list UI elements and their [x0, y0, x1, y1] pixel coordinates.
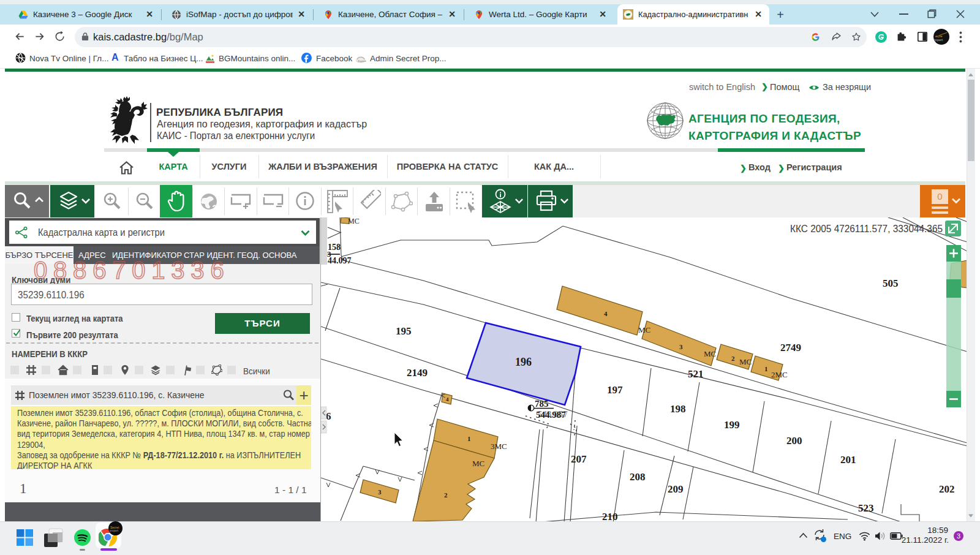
svg-text:МС: МС: [348, 217, 360, 225]
svg-text:2149: 2149: [407, 367, 428, 379]
svg-text:ККС 2005 4726111.577, 333044.3: ККС 2005 4726111.577, 333044.365: [790, 223, 943, 235]
svg-text:196: 196: [515, 356, 532, 368]
svg-text:3: 3: [378, 488, 382, 496]
svg-text:543.957: 543.957: [538, 409, 568, 419]
svg-text:210: 210: [602, 511, 618, 521]
svg-text:523: 523: [858, 502, 874, 514]
svg-text:3: 3: [679, 343, 683, 350]
svg-text:2: 2: [731, 355, 735, 362]
svg-text:МС: МС: [472, 459, 484, 468]
svg-text:Experts: Experts: [358, 59, 367, 62]
svg-text:3МС: 3МС: [491, 442, 507, 451]
svg-text:197: 197: [607, 384, 623, 396]
svg-text:201: 201: [840, 454, 856, 466]
svg-text:785: 785: [535, 399, 549, 409]
svg-text:МС: МС: [704, 349, 716, 358]
svg-text:195: 195: [396, 325, 412, 337]
svg-text:199: 199: [724, 419, 740, 431]
svg-text:2МС: 2МС: [771, 370, 788, 379]
svg-text:6: 6: [326, 410, 331, 422]
svg-text:200: 200: [786, 435, 802, 447]
svg-text:208: 208: [630, 471, 646, 483]
svg-text:2749: 2749: [780, 342, 801, 353]
svg-text:202: 202: [939, 483, 955, 495]
svg-text:МС: МС: [638, 325, 650, 334]
svg-text:4: 4: [446, 396, 449, 402]
svg-text:505: 505: [883, 278, 899, 289]
svg-text:2: 2: [444, 491, 448, 499]
svg-text:1: 1: [764, 365, 768, 372]
svg-text:521: 521: [688, 368, 704, 380]
svg-text:207: 207: [571, 453, 587, 465]
svg-text:4: 4: [604, 310, 608, 317]
svg-text:1: 1: [467, 435, 471, 442]
svg-text:МС: МС: [739, 357, 752, 366]
svg-text:44.097: 44.097: [328, 256, 352, 265]
svg-text:198: 198: [670, 403, 686, 415]
svg-text:209: 209: [668, 483, 684, 495]
